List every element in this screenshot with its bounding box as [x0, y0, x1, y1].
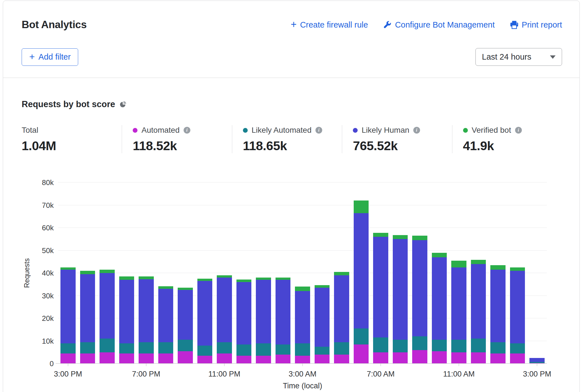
bar-segment [256, 356, 271, 364]
bar[interactable] [175, 183, 195, 364]
bar-segment [236, 282, 252, 344]
bar-segment [510, 267, 525, 271]
plus-icon: + [291, 19, 297, 30]
bar-segment [295, 343, 310, 356]
bar[interactable] [97, 183, 117, 364]
x-tick-label: 7:00 AM [367, 370, 395, 379]
bar-segment [119, 276, 134, 280]
info-icon[interactable]: i [184, 127, 190, 134]
bar[interactable] [508, 183, 527, 364]
bar-segment [139, 342, 154, 353]
bar[interactable] [371, 183, 391, 364]
bar-segment [451, 261, 466, 267]
x-tick-mark [381, 364, 381, 366]
bar[interactable] [351, 183, 371, 364]
bar-segment [315, 285, 330, 288]
bar-segment [334, 272, 349, 275]
info-icon[interactable]: i [515, 127, 522, 134]
bar-segment [178, 290, 193, 340]
bar-segment [334, 342, 349, 355]
bar-segment [451, 352, 466, 364]
y-tick-label: 20k [42, 314, 54, 323]
wrench-icon [383, 21, 392, 29]
stat-likely-automated-label: Likely Automated [252, 126, 312, 135]
page-title: Bot Analytics [22, 19, 87, 31]
bar-segment [373, 337, 388, 352]
stat-verified-bot-value: 41.9k [463, 139, 562, 153]
bar[interactable] [332, 183, 351, 364]
bar-segment [471, 264, 486, 339]
bar[interactable] [78, 183, 98, 364]
bar[interactable] [156, 183, 176, 364]
stat-likely-human-label: Likely Human [362, 126, 409, 135]
bar-segment [158, 353, 173, 364]
bar-segment [295, 291, 310, 343]
bar-segment [178, 351, 193, 364]
bar[interactable] [430, 183, 449, 364]
info-icon[interactable]: i [315, 127, 322, 134]
x-tick-label: 11:00 AM [443, 370, 475, 379]
bar-segment [510, 353, 525, 364]
bar-segment [60, 343, 76, 353]
bar-segment [295, 287, 310, 291]
y-tick-label: 60k [42, 224, 54, 232]
bar[interactable] [136, 183, 156, 364]
stat-likely-human: Likely Human i 765.52k [342, 125, 452, 153]
bar-segment [471, 352, 486, 364]
bar-segment [217, 342, 232, 353]
bar-segment [373, 237, 388, 337]
bar-segment [490, 353, 506, 364]
stat-automated-label: Automated [141, 126, 179, 135]
bar[interactable] [195, 183, 215, 364]
configure-bot-management-label: Configure Bot Management [395, 20, 495, 30]
bar-segment [451, 267, 466, 340]
bar[interactable] [488, 183, 508, 364]
bar-segment [119, 280, 134, 343]
bar[interactable] [527, 183, 547, 364]
info-icon[interactable]: i [413, 127, 420, 134]
configure-bot-management-link[interactable]: Configure Bot Management [383, 20, 495, 30]
bar[interactable] [469, 183, 488, 364]
x-axis-line [58, 363, 547, 364]
y-axis-title: Requests [23, 258, 31, 288]
bar[interactable] [117, 183, 137, 364]
bar-segment [80, 342, 95, 353]
panel-body: Requests by bot score Total 1.04M Automa… [3, 99, 579, 364]
print-report-link[interactable]: Print report [510, 20, 562, 30]
x-axis-title: Time (local) [283, 382, 322, 390]
bar[interactable] [410, 183, 430, 364]
bar[interactable] [273, 183, 293, 364]
bar-segment [256, 343, 271, 356]
bar-segment [119, 353, 134, 364]
create-firewall-rule-link[interactable]: + Create firewall rule [291, 20, 368, 30]
bar-segment [412, 236, 427, 240]
bar-segment [490, 265, 506, 270]
y-tick-label: 0 [50, 359, 54, 368]
time-range-select[interactable]: Last 24 hours [475, 48, 562, 66]
x-tick-label: 3:00 AM [288, 370, 316, 379]
bar[interactable] [58, 183, 78, 364]
bar[interactable] [449, 183, 469, 364]
bar-segment [471, 339, 486, 352]
add-filter-button[interactable]: + Add filter [22, 48, 78, 66]
bar[interactable] [293, 183, 312, 364]
bar-segment [139, 276, 154, 279]
bar-segment [256, 280, 271, 343]
chart-plot: 010k20k30k40k50k60k70k80k3:00 PM7:00 PM1… [58, 183, 547, 364]
bar[interactable] [312, 183, 332, 364]
y-tick-label: 70k [42, 201, 54, 209]
bar-segment [373, 352, 388, 364]
bar-segment [158, 286, 173, 289]
bar[interactable] [391, 183, 410, 364]
likely-automated-legend-dot [243, 128, 248, 133]
bar-segment [393, 239, 408, 340]
bar-segment [80, 353, 95, 364]
bar[interactable] [215, 183, 234, 364]
bar-segment [197, 279, 213, 281]
bar[interactable] [254, 183, 273, 364]
verified-bot-legend-dot [463, 128, 468, 133]
bar-segment [432, 351, 447, 364]
bar[interactable] [234, 183, 254, 364]
bar-segment [100, 273, 115, 339]
bar-segment [119, 343, 134, 353]
